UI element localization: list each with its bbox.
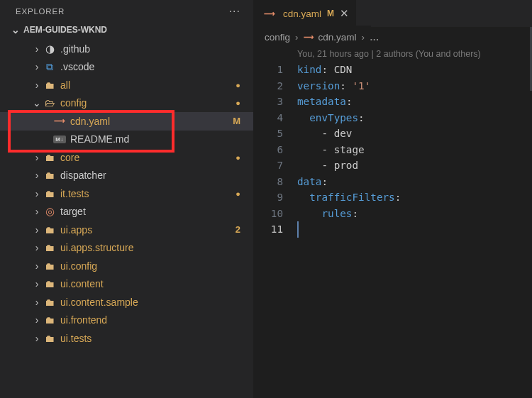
code-line[interactable]: - prod: [297, 157, 401, 174]
code-line[interactable]: kind: CDN: [297, 62, 401, 78]
tree-item[interactable]: ›◎target: [0, 203, 253, 221]
breadcrumb[interactable]: config › ⟶ cdn.yaml › …: [253, 27, 532, 48]
tree-item[interactable]: ›🖿ui.content.sample: [0, 293, 253, 311]
breadcrumb-seg[interactable]: cdn.yaml: [318, 32, 357, 43]
chevron-right-icon[interactable]: ›: [31, 79, 43, 91]
tab-label: cdn.yaml: [283, 9, 321, 19]
code-line[interactable]: - dev: [297, 126, 401, 142]
code-lines[interactable]: kind: CDN version: '1' metadata: envType…: [287, 62, 401, 238]
code-line[interactable]: trafficFilters:: [297, 189, 401, 206]
code-line[interactable]: version: '1': [297, 78, 401, 94]
tree-item-label: cdn.yaml: [70, 116, 233, 127]
tree-item[interactable]: ›🖿dispatcher: [0, 167, 253, 185]
chevron-down-icon: ⌄: [10, 24, 21, 35]
tab-cdn-yaml[interactable]: ⟶ cdn.yaml M ✕: [253, 0, 357, 27]
tree-item[interactable]: ›🖿it.tests●: [0, 184, 253, 203]
chevron-right-icon[interactable]: ›: [31, 333, 43, 344]
git-modified-dot: ●: [235, 189, 253, 198]
chevron-right-icon[interactable]: ›: [31, 170, 43, 181]
vscode-icon: ⧉: [43, 61, 56, 73]
line-number: 2: [253, 78, 283, 94]
folder-icon: 🖿: [43, 188, 56, 199]
chevron-right-icon[interactable]: ›: [31, 61, 43, 72]
tab-bar: ⟶ cdn.yaml M ✕: [253, 0, 532, 27]
editor-pane: ⟶ cdn.yaml M ✕ config › ⟶ cdn.yaml › … Y…: [253, 0, 532, 398]
chevron-down-icon[interactable]: ⌄: [31, 97, 43, 109]
line-number: 6: [253, 142, 283, 158]
tree-item-label: all: [60, 79, 235, 91]
breadcrumb-seg[interactable]: config: [265, 32, 290, 43]
tree-item-label: .github: [60, 43, 240, 55]
code-line[interactable]: [297, 221, 401, 238]
tab-modified-flag: M: [327, 9, 334, 18]
tree-item-label: core: [60, 152, 235, 163]
line-number: 8: [253, 174, 283, 190]
tree-item[interactable]: ⌄🗁config●: [0, 94, 253, 113]
chevron-right-icon[interactable]: ›: [31, 43, 43, 55]
chevron-right-icon[interactable]: ›: [31, 314, 43, 326]
code-line[interactable]: rules:: [297, 206, 401, 222]
tree-item-label: ui.apps.structure: [60, 242, 240, 253]
tree-item[interactable]: ›🖿ui.config: [0, 257, 253, 275]
tree-item[interactable]: ›M↓README.md: [0, 131, 253, 149]
line-number: 5: [253, 126, 283, 142]
git-modified-dot: ●: [235, 153, 253, 162]
target-icon: ◎: [43, 205, 56, 218]
line-number: 11: [253, 221, 283, 238]
code-area[interactable]: 1 2 3 4 5 6 7 8 9 10 11 kind: CDN versio…: [253, 62, 532, 238]
chevron-right-icon[interactable]: ›: [31, 278, 43, 289]
code-line[interactable]: metadata:: [297, 94, 401, 110]
tree-item[interactable]: ›🖿ui.frontend: [0, 311, 253, 330]
chevron-right-icon[interactable]: ›: [31, 260, 43, 272]
git-modified-dot: ●: [235, 81, 253, 89]
tree-item-label: README.md: [70, 133, 240, 145]
more-actions-icon[interactable]: ···: [229, 9, 240, 14]
tree-item[interactable]: ›🖿all●: [0, 76, 253, 94]
folder-icon: 🖿: [43, 224, 56, 236]
tree-item[interactable]: ›🖿ui.apps2: [0, 221, 253, 239]
chevron-right-icon[interactable]: ›: [31, 297, 43, 308]
chevron-right-icon[interactable]: ›: [31, 242, 43, 253]
chevron-right-icon[interactable]: ›: [31, 206, 43, 217]
folder-icon: 🖿: [43, 314, 56, 326]
line-number: 4: [253, 110, 283, 126]
tree-item[interactable]: ›⧉.vscode: [0, 58, 253, 77]
line-number: 10: [253, 206, 283, 222]
line-number: 7: [253, 157, 283, 174]
chevron-right-icon[interactable]: ›: [31, 188, 43, 199]
code-line[interactable]: - stage: [297, 142, 401, 158]
chevron-right-icon: ›: [295, 32, 299, 43]
tree-item[interactable]: ›🖿ui.content: [0, 275, 253, 294]
folder-icon: 🖿: [43, 152, 56, 163]
explorer-header: EXPLORER ···: [0, 0, 253, 21]
workspace-header[interactable]: ⌄ AEM-GUIDES-WKND: [0, 21, 253, 38]
line-number: 3: [253, 94, 283, 110]
line-number: 1: [253, 62, 283, 78]
line-number: 9: [253, 189, 283, 206]
folder-icon: 🖿: [43, 333, 56, 344]
chevron-right-icon: ›: [362, 32, 365, 43]
tree-item-label: .vscode: [60, 61, 240, 72]
tree-item[interactable]: ›⟶cdn.yamlM: [0, 112, 253, 131]
tree-item-label: it.tests: [60, 188, 235, 199]
close-icon[interactable]: ✕: [340, 7, 349, 20]
tree-item[interactable]: ›🖿ui.tests: [0, 329, 253, 348]
explorer-sidebar: EXPLORER ··· ⌄ AEM-GUIDES-WKND ›◑.github…: [0, 0, 253, 398]
tree-item[interactable]: ›🖿ui.apps.structure: [0, 239, 253, 258]
explorer-title: EXPLORER: [16, 7, 65, 16]
folder-icon: 🖿: [43, 260, 56, 272]
git-modified-dot: ●: [235, 99, 253, 107]
tree-item[interactable]: ›◑.github: [0, 40, 253, 58]
breadcrumb-ellipsis[interactable]: …: [370, 32, 379, 43]
tree-item-label: ui.apps: [60, 224, 235, 236]
gitlens-blame[interactable]: You, 21 hours ago | 2 authors (You and o…: [253, 48, 532, 62]
tree-item[interactable]: ›🖿core●: [0, 148, 253, 167]
chevron-right-icon[interactable]: ›: [31, 152, 43, 163]
tree-item-label: dispatcher: [60, 170, 240, 181]
chevron-right-icon[interactable]: ›: [31, 224, 43, 236]
git-change-count: 2: [235, 224, 253, 235]
code-line[interactable]: envTypes:: [297, 110, 401, 126]
folder-icon: 🖿: [43, 278, 56, 289]
folder-icon: 🖿: [43, 170, 56, 181]
code-line[interactable]: data:: [297, 174, 401, 190]
